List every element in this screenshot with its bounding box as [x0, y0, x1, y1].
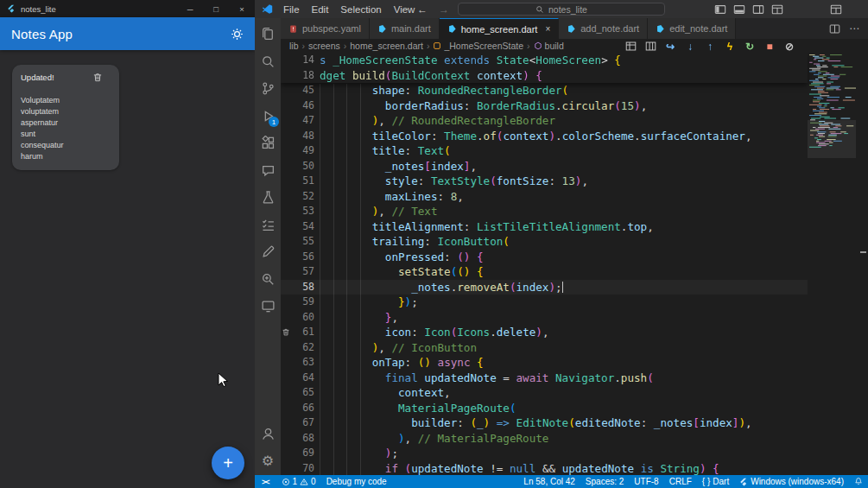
code-line-53[interactable]: 53 ), // Text	[281, 204, 808, 219]
code-line-51[interactable]: 51 style: TextStyle(fontSize: 13),	[281, 174, 808, 189]
code-line-46[interactable]: 46 borderRadius: BorderRadius.circular(1…	[281, 98, 808, 114]
tab-main.dart[interactable]: main.dart	[370, 18, 440, 39]
activity-search[interactable]	[255, 48, 281, 76]
step-over-icon[interactable]: ↪	[664, 40, 676, 53]
close-tab-icon[interactable]: ×	[545, 24, 550, 34]
panel-right-icon[interactable]	[752, 3, 764, 16]
code-line-61[interactable]: 61 icon: Icon(Icons.delete),	[281, 325, 808, 340]
code-line-68[interactable]: 68 ), // MaterialPageRoute	[281, 431, 808, 447]
nav-forward-icon[interactable]: →	[439, 3, 449, 16]
activity-search-editor[interactable]	[255, 266, 281, 294]
activity-account[interactable]	[255, 421, 281, 448]
activity-chat[interactable]	[255, 157, 281, 185]
activity-todo[interactable]	[255, 212, 281, 239]
breadcrumb-build[interactable]: build	[534, 41, 564, 51]
activity-explorer[interactable]	[255, 21, 281, 48]
remote-indicator[interactable]: ><	[255, 475, 276, 488]
split-editor-icon[interactable]	[829, 23, 840, 35]
activity-settings[interactable]: ⚙	[255, 448, 281, 476]
indentation[interactable]: Spaces: 2	[580, 475, 629, 488]
activity-run-and-debug[interactable]: 1	[255, 103, 281, 130]
tab-home_screen.dart[interactable]: home_screen.dart×	[440, 18, 560, 39]
code-line-18[interactable]: 18dget build(BuildContext context) {	[281, 68, 808, 84]
code-line-48[interactable]: 48 tileColor: Theme.of(context).colorSch…	[281, 129, 808, 144]
notifications-bell[interactable]	[849, 475, 868, 488]
code-line-58[interactable]: 58 _notes.removeAt(index);	[281, 280, 808, 295]
maximize-button[interactable]: □	[203, 0, 229, 17]
editor-scrollbar[interactable]	[856, 53, 868, 475]
step-out-icon[interactable]: ↑	[704, 40, 716, 53]
note-card[interactable]: Updated! Voluptatemvoluptatemaspernaturs…	[12, 65, 119, 170]
minimap-slider[interactable]	[808, 120, 856, 158]
code-line-62[interactable]: 62 ), // IconButton	[281, 340, 808, 356]
code-line-50[interactable]: 50 _notes[index],	[281, 159, 808, 174]
tab-edit_note.dart[interactable]: edit_note.dart	[648, 18, 736, 39]
code-line-47[interactable]: 47 ), // RoundedRectangleBorder	[281, 113, 808, 129]
command-center[interactable]: notes_lite	[458, 3, 665, 16]
detach-icon[interactable]: ⊘	[783, 40, 795, 53]
code-editor[interactable]: 45 shape: RoundedRectangleBorder(46 bord…	[281, 53, 868, 475]
hot-reload-icon[interactable]: ϟ	[724, 40, 736, 53]
layout-icon[interactable]	[771, 3, 783, 16]
delete-note-button[interactable]	[92, 72, 103, 83]
stop-icon[interactable]: ■	[763, 40, 776, 53]
code-line-65[interactable]: 65 context,	[281, 385, 808, 401]
code-line-69[interactable]: 69 );	[281, 446, 808, 461]
code-line-64[interactable]: 64 final updatedNote = await Navigator.p…	[281, 371, 808, 386]
breadcrumb-home_screen.dart[interactable]: home_screen.dart	[350, 41, 423, 51]
encoding[interactable]: UTF-8	[629, 475, 663, 488]
tab-add_note.dart[interactable]: add_note.dart	[559, 18, 648, 39]
hot-restart-icon[interactable]: ↻	[744, 40, 756, 53]
more-actions-icon[interactable]: ⋯	[849, 22, 859, 35]
sticky-scroll[interactable]: 14s _HomeScreenState extends State<HomeS…	[281, 53, 808, 83]
activity-source-control[interactable]	[255, 75, 281, 103]
layout-explorer-icon[interactable]	[644, 40, 656, 53]
code-line-54[interactable]: 54 titleAlignment: ListTileTitleAlignmen…	[281, 219, 808, 235]
minimap[interactable]	[808, 53, 856, 475]
menu-view[interactable]: View	[388, 4, 421, 15]
panel-left-icon[interactable]	[714, 3, 726, 16]
nav-back-icon[interactable]: ←	[417, 3, 428, 16]
activity-extensions[interactable]	[255, 130, 281, 157]
code-line-14[interactable]: 14s _HomeScreenState extends State<HomeS…	[281, 53, 808, 68]
debug-task[interactable]: Debug my code	[321, 475, 392, 488]
minimize-button[interactable]: ─	[177, 0, 203, 17]
close-button[interactable]: ×	[229, 0, 255, 17]
code-line-49[interactable]: 49 title: Text(	[281, 143, 808, 159]
line-number: 70	[291, 461, 314, 476]
widget-inspector-icon[interactable]	[624, 40, 637, 53]
code-line-63[interactable]: 63 onTap: () async {	[281, 355, 808, 371]
code-area[interactable]: 45 shape: RoundedRectangleBorder(46 bord…	[281, 83, 808, 475]
activity-flutter-outline[interactable]	[255, 238, 281, 266]
customize-layout-button[interactable]	[830, 0, 842, 18]
breadcrumb-lib[interactable]: lib	[289, 41, 299, 51]
problems-indicator[interactable]: 1 0	[276, 475, 321, 488]
code-line-66[interactable]: 66 MaterialPageRoute(	[281, 401, 808, 416]
code-line-57[interactable]: 57 setState(() {	[281, 264, 808, 280]
step-into-icon[interactable]: ↓	[684, 40, 696, 53]
breadcrumb-_HomeScreenState[interactable]: _HomeScreenState	[433, 41, 523, 51]
menu-file[interactable]: File	[277, 4, 306, 15]
code-line-60[interactable]: 60 },	[281, 310, 808, 326]
code-line-52[interactable]: 52 maxLines: 8,	[281, 189, 808, 205]
add-note-fab[interactable]: +	[212, 447, 244, 479]
code-line-56[interactable]: 56 onPressed: () {	[281, 250, 808, 265]
panel-bottom-icon[interactable]	[733, 3, 745, 16]
code-line-55[interactable]: 55 trailing: IconButton(	[281, 234, 808, 250]
cursor-position[interactable]: Ln 58, Col 42	[518, 475, 580, 488]
language-mode[interactable]: { } Dart	[697, 475, 734, 488]
gutter	[281, 325, 291, 340]
breadcrumb-screens[interactable]: screens	[308, 41, 340, 51]
code-line-67[interactable]: 67 builder: (_) => EditNote(editedNote: …	[281, 415, 808, 431]
flutter-device-selector[interactable]: Windows (windows-x64)	[734, 475, 849, 488]
code-line-59[interactable]: 59 });	[281, 295, 808, 310]
activity-live-preview[interactable]	[255, 293, 281, 320]
eol-sequence[interactable]: CRLF	[664, 475, 697, 488]
activity-testing[interactable]	[255, 184, 281, 212]
menu-selection[interactable]: Selection	[334, 4, 387, 15]
code-line-70[interactable]: 70 if (updatedNote != null && updatedNot…	[281, 461, 808, 476]
menu-edit[interactable]: Edit	[306, 4, 335, 15]
theme-toggle-button[interactable]	[231, 28, 244, 41]
tab-pubspec.yaml[interactable]: pubspec.yaml	[281, 18, 370, 39]
code-line-45[interactable]: 45 shape: RoundedRectangleBorder(	[281, 83, 808, 98]
